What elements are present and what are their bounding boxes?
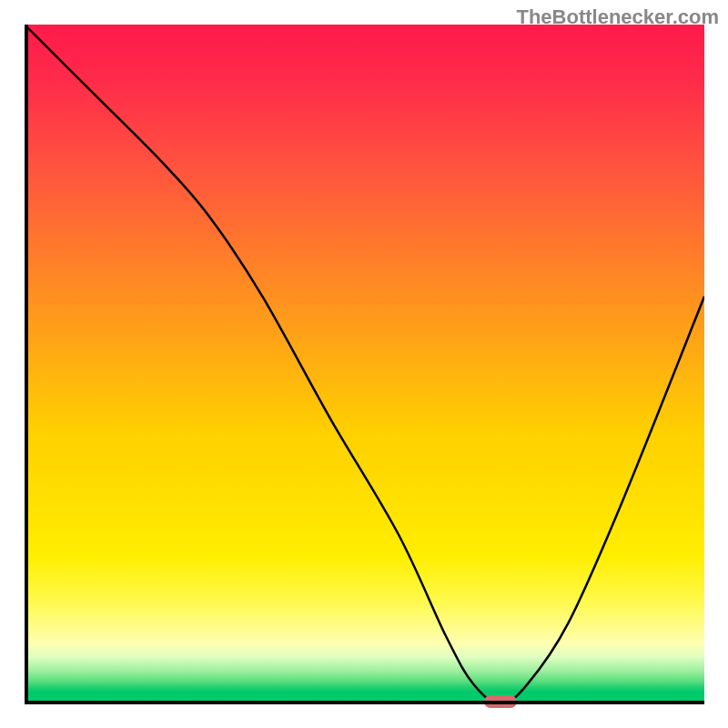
chart-gradient-background — [25, 25, 704, 704]
attribution-label: TheBottlenecker.com — [516, 5, 719, 29]
optimal-point-marker — [484, 695, 517, 708]
bottleneck-chart — [25, 25, 704, 704]
